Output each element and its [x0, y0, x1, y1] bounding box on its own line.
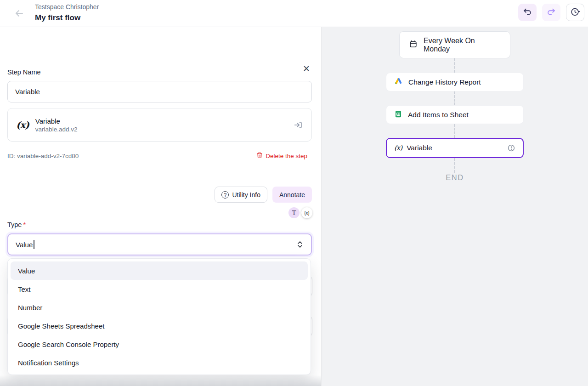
chevron-up-down-icon — [296, 240, 304, 249]
text-mode-toggle[interactable]: T — [288, 207, 300, 218]
step-card-texts: Variable variable.add.v2 — [35, 117, 78, 133]
type-select[interactable]: Value — [7, 233, 312, 255]
flow-node-change-history-report[interactable]: Change History Report — [386, 73, 524, 91]
flow-node-trigger[interactable]: Every Week On Monday — [399, 31, 510, 58]
variable-fx-icon: (x) — [394, 144, 402, 152]
flow-connector — [454, 158, 455, 173]
dropdown-option-notification-settings[interactable]: Notification Settings — [11, 353, 308, 372]
dropdown-option-google-search-console-property[interactable]: Google Search Console Property — [11, 335, 308, 353]
step-card-subtitle: variable.add.v2 — [35, 126, 78, 133]
type-dropdown: Value Text Number Google Sheets Spreadsh… — [7, 258, 311, 375]
delete-step-button[interactable]: Delete the step — [256, 152, 307, 160]
step-editor-panel: ✕ Step Name Variable (x) Variable variab… — [0, 27, 322, 386]
flow-connector — [454, 124, 455, 138]
panel-actions-row: ? Utility Info Annotate — [215, 187, 312, 203]
type-select-value: Value — [16, 241, 33, 249]
panel-bottom-shadow — [0, 375, 321, 386]
flow-canvas[interactable]: Every Week On Monday Change History Repo… — [322, 27, 588, 386]
step-card-title: Variable — [35, 117, 78, 125]
arrow-into-bracket-icon[interactable] — [293, 120, 303, 130]
text-cursor — [34, 240, 34, 249]
breadcrumb: Testspace Christopher — [35, 2, 99, 11]
close-icon[interactable]: ✕ — [301, 63, 312, 74]
utility-info-button[interactable]: ? Utility Info — [215, 187, 267, 203]
help-circle-icon: ? — [221, 191, 229, 199]
step-id: ID: variable-add-v2-7cd80 — [7, 153, 79, 159]
step-name-label: Step Name — [7, 68, 41, 76]
undo-button[interactable] — [518, 4, 537, 21]
flow-node-variable-selected[interactable]: (x) Variable — [386, 138, 524, 158]
required-marker: * — [23, 221, 26, 228]
type-label: Type — [7, 221, 22, 228]
back-button[interactable] — [13, 7, 26, 20]
flow-connector — [454, 58, 455, 73]
field-tools-row: T {x} — [288, 207, 312, 218]
step-name-value: Variable — [15, 88, 40, 96]
redo-button[interactable] — [542, 4, 560, 21]
flow-node-label: Every Week On Monday — [424, 37, 501, 53]
dropdown-option-number[interactable]: Number — [11, 298, 308, 317]
undo-arrow-icon — [522, 7, 532, 18]
trash-icon — [256, 152, 263, 160]
step-id-row: ID: variable-add-v2-7cd80 Delete the ste… — [7, 152, 307, 160]
type-label-row: Type* — [7, 221, 26, 228]
google-sheets-icon — [394, 110, 402, 120]
annotate-button[interactable]: Annotate — [272, 187, 312, 203]
alert-circle-icon — [507, 144, 515, 152]
flow-node-label: Change History Report — [408, 78, 481, 86]
dropdown-option-value[interactable]: Value — [11, 261, 308, 280]
flow-node-label: Add Items to Sheet — [408, 111, 469, 119]
flow-connector — [454, 91, 455, 105]
step-type-card[interactable]: (x) Variable variable.add.v2 — [7, 108, 312, 142]
arrow-left-icon — [14, 8, 25, 20]
flow-end-label: END — [446, 173, 464, 182]
page-title: My first flow — [35, 11, 99, 24]
header-actions — [518, 4, 584, 21]
delete-step-label: Delete the step — [266, 153, 307, 159]
redo-arrow-icon — [546, 7, 556, 18]
google-ads-icon — [394, 77, 403, 87]
variable-fx-icon: (x) — [16, 119, 29, 131]
dropdown-option-text[interactable]: Text — [11, 280, 308, 298]
app-header: Testspace Christopher My first flow — [0, 0, 588, 27]
header-titles: Testspace Christopher My first flow — [35, 2, 99, 24]
utility-info-label: Utility Info — [232, 191, 260, 199]
dropdown-option-google-sheets-spreadsheet[interactable]: Google Sheets Spreadsheet — [11, 317, 308, 335]
flow-node-label: Variable — [407, 144, 432, 152]
variable-mode-toggle[interactable]: {x} — [301, 207, 312, 218]
clock-history-icon — [570, 7, 580, 18]
step-name-input[interactable]: Variable — [7, 81, 312, 102]
version-history-button[interactable] — [566, 4, 584, 21]
flow-node-add-items-to-sheet[interactable]: Add Items to Sheet — [386, 105, 524, 124]
main-content: ✕ Step Name Variable (x) Variable variab… — [0, 27, 588, 386]
calendar-icon — [409, 40, 418, 50]
